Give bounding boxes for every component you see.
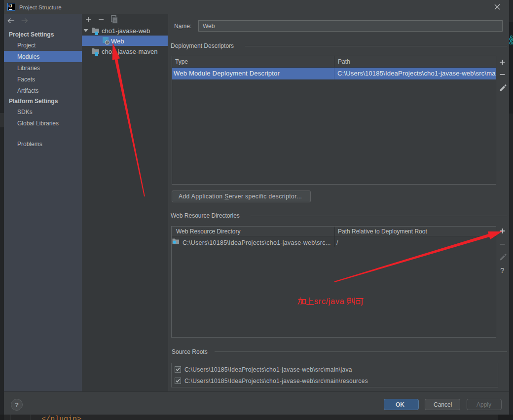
svg-text:?: ? xyxy=(500,266,504,274)
